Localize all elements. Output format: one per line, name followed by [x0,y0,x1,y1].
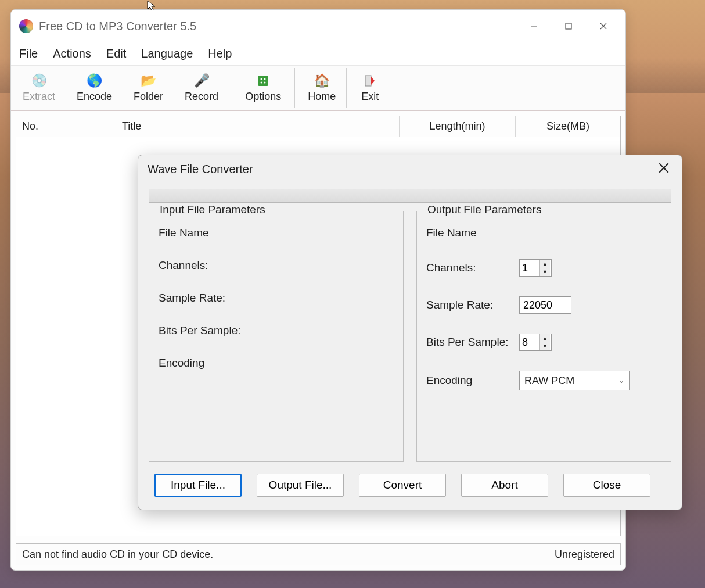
output-legend: Output File Parameters [424,203,545,216]
svg-rect-4 [258,76,268,86]
input-samplerate-label: Sample Rate: [159,292,251,304]
toolbar-exit[interactable]: Exit [347,68,393,108]
window-title: Free CD to MP3 Converter 5.5 [39,20,516,33]
toolbar-exit-label: Exit [361,91,379,103]
toolbar-record[interactable]: 🎤 Record [174,68,229,108]
input-channels-label: Channels: [159,259,251,272]
dialog-close-button[interactable] [655,162,672,177]
home-icon: 🏠 [314,73,329,88]
maximize-button[interactable] [551,15,586,38]
toolbar-folder[interactable]: 📂 Folder [123,68,174,108]
menu-language[interactable]: Language [141,47,193,60]
column-title[interactable]: Title [116,116,400,137]
status-message: Can not find audio CD in your CD device. [22,548,213,561]
statusbar: Can not find audio CD in your CD device.… [16,543,621,565]
input-legend: Input File Parameters [156,203,269,216]
toolbar-options[interactable]: Options [235,68,292,108]
output-parameters-group: Output File Parameters File Name Channel… [416,211,671,462]
encoding-select[interactable]: RAW PCM ⌄ [519,371,630,390]
output-encoding-label: Encoding [426,374,519,387]
minimize-button[interactable] [516,15,551,38]
svg-rect-9 [365,76,371,86]
chevron-down-icon: ⌄ [618,377,624,385]
cursor-icon [146,0,157,15]
menu-file[interactable]: File [19,47,38,60]
spinner-up-icon[interactable]: ▲ [540,260,550,268]
encoding-value: RAW PCM [524,375,574,387]
toolbar-record-label: Record [185,91,218,103]
input-bits-label: Bits Per Sample: [159,324,251,337]
titlebar: Free CD to MP3 Converter 5.5 [11,10,625,42]
input-encoding-label: Encoding [159,357,251,370]
wave-converter-dialog: Wave File Converter Input File Parameter… [138,155,682,510]
svg-point-6 [264,78,266,80]
output-bits-label: Bits Per Sample: [426,336,519,349]
toolbar-home-label: Home [308,91,336,103]
toolbar-home[interactable]: 🏠 Home [297,68,347,108]
column-length[interactable]: Length(min) [400,116,516,137]
toolbar-extract[interactable]: 💿 Extract [12,68,66,108]
options-icon [256,73,271,88]
dialog-title: Wave File Converter [148,163,253,176]
input-file-button[interactable]: Input File... [154,474,242,497]
toolbar-extract-label: Extract [23,91,55,103]
bits-input[interactable] [520,334,539,350]
input-parameters-group: Input File Parameters File Name Channels… [149,211,404,462]
spinner-up-icon[interactable]: ▲ [540,334,550,342]
toolbar-options-label: Options [245,91,281,103]
channels-input[interactable] [520,260,539,276]
spinner-down-icon[interactable]: ▼ [540,268,550,276]
column-size[interactable]: Size(MB) [516,116,620,137]
column-no[interactable]: No. [16,116,116,137]
bits-spinner[interactable]: ▲▼ [519,334,552,351]
abort-button[interactable]: Abort [461,474,548,497]
toolbar-encode[interactable]: 🌎 Encode [66,68,123,108]
samplerate-input[interactable] [519,296,571,314]
svg-point-8 [264,82,266,84]
registration-status: Unregistered [555,548,614,561]
app-icon [19,19,33,33]
progress-bar [149,189,671,203]
output-filename-label: File Name [426,227,519,239]
channels-spinner[interactable]: ▲▼ [519,259,552,277]
output-file-button[interactable]: Output File... [257,474,344,497]
svg-rect-1 [566,23,571,29]
exit-icon [362,73,377,88]
microphone-icon: 🎤 [194,73,209,88]
spinner-down-icon[interactable]: ▼ [540,342,550,350]
menu-actions[interactable]: Actions [53,47,91,60]
toolbar-folder-label: Folder [134,91,163,103]
input-filename-label: File Name [159,227,251,239]
output-channels-label: Channels: [426,261,519,274]
disc-icon: 💿 [31,73,46,88]
toolbar-encode-label: Encode [77,91,112,103]
folder-icon: 📂 [141,73,156,88]
menu-edit[interactable]: Edit [106,47,126,60]
menu-help[interactable]: Help [208,47,232,60]
close-button-dialog[interactable]: Close [563,474,650,497]
output-samplerate-label: Sample Rate: [426,299,519,311]
convert-button[interactable]: Convert [359,474,446,497]
dialog-titlebar: Wave File Converter [138,155,682,183]
globe-icon: 🌎 [87,73,102,88]
toolbar: 💿 Extract 🌎 Encode 📂 Folder 🎤 Record Opt… [11,66,625,111]
svg-point-5 [261,78,262,80]
close-button[interactable] [586,15,621,38]
menubar: File Actions Edit Language Help [11,42,625,66]
table-header: No. Title Length(min) Size(MB) [16,116,620,137]
svg-point-7 [261,82,262,84]
